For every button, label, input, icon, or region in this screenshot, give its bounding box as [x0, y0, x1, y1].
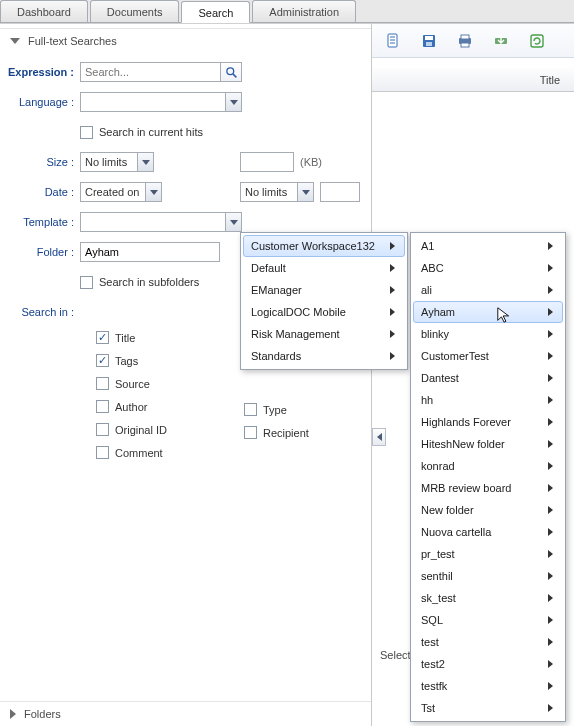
chevron-right-icon [548, 352, 553, 360]
search-subfolders-checkbox[interactable]: Search in subfolders [80, 276, 199, 289]
folder-menu-item[interactable]: Ayham [413, 301, 563, 323]
chevron-down-icon[interactable] [297, 183, 313, 201]
select-label: Select [380, 649, 411, 661]
date-value-input[interactable] [320, 182, 360, 202]
chk-tags[interactable]: Tags [96, 354, 167, 367]
folder-menu-item[interactable]: ABC [413, 257, 563, 279]
folder-menu-item[interactable]: Tst [413, 697, 563, 719]
folder-menu-item[interactable]: senthil [413, 565, 563, 587]
chevron-down-icon[interactable] [137, 153, 153, 171]
kb-label: (KB) [300, 156, 322, 168]
chk-comment[interactable]: Comment [96, 446, 167, 459]
svg-rect-5 [426, 42, 432, 46]
folder-menu-item[interactable]: Standards [243, 345, 405, 367]
language-select[interactable] [80, 92, 242, 112]
template-select[interactable] [80, 212, 242, 232]
svg-rect-7 [461, 35, 469, 39]
folder-menu-item[interactable]: CustomerTest [413, 345, 563, 367]
folder-menu-item[interactable]: test2 [413, 653, 563, 675]
section-folders[interactable]: Folders [0, 701, 371, 726]
folder-input[interactable] [80, 242, 220, 262]
chevron-right-icon [548, 330, 553, 338]
chevron-right-icon [548, 506, 553, 514]
folder-menu-item[interactable]: sk_test [413, 587, 563, 609]
chevron-down-icon[interactable] [145, 183, 161, 201]
folder-menu-item[interactable]: blinky [413, 323, 563, 345]
folder-menu-item[interactable]: LogicalDOC Mobile [243, 301, 405, 323]
chevron-down-icon [10, 38, 20, 44]
chevron-right-icon [548, 440, 553, 448]
expression-input[interactable] [80, 62, 220, 82]
folder-menu-item[interactable]: ali [413, 279, 563, 301]
tab-dashboard[interactable]: Dashboard [0, 0, 88, 22]
folder-menu-item[interactable]: pr_test [413, 543, 563, 565]
col-title[interactable]: Title [540, 74, 560, 86]
chk-author[interactable]: Author [96, 400, 167, 413]
searchin-label: Search in : [0, 306, 80, 318]
chevron-right-icon [390, 352, 395, 360]
chevron-right-icon [390, 308, 395, 316]
chevron-right-icon [548, 616, 553, 624]
chk-type[interactable]: Type [244, 403, 309, 416]
scroll-left-button[interactable] [372, 428, 386, 446]
folder-menu-item[interactable]: testfk [413, 675, 563, 697]
folder-menu-item[interactable]: Customer Workspace132 [243, 235, 405, 257]
save-button[interactable] [420, 32, 438, 50]
chevron-right-icon [548, 242, 553, 250]
refresh-button[interactable] [528, 32, 546, 50]
folder-menu-item[interactable]: Risk Management [243, 323, 405, 345]
size-label: Size : [0, 156, 80, 168]
svg-point-0 [226, 67, 233, 74]
date-range-select[interactable]: No limits [240, 182, 314, 202]
tab-search[interactable]: Search [181, 1, 250, 23]
chevron-right-icon [10, 709, 16, 719]
tab-documents[interactable]: Documents [90, 0, 180, 22]
section-title: Folders [24, 708, 61, 720]
folder-menu-item[interactable]: Dantest [413, 367, 563, 389]
search-current-hits-checkbox[interactable]: Search in current hits [80, 126, 203, 139]
results-toolbar [372, 24, 574, 58]
checkbox-icon [96, 331, 109, 344]
refresh-icon [529, 33, 545, 49]
search-button[interactable] [220, 62, 242, 82]
folder-menu-item[interactable]: HiteshNew folder [413, 433, 563, 455]
checkbox-icon [96, 446, 109, 459]
chevron-right-icon [548, 418, 553, 426]
folder-menu-item[interactable]: test [413, 631, 563, 653]
chk-source[interactable]: Source [96, 377, 167, 390]
chevron-right-icon [548, 550, 553, 558]
chk-originalid[interactable]: Original ID [96, 423, 167, 436]
folder-menu-item[interactable]: Nuova cartella [413, 521, 563, 543]
section-title: Full-text Searches [28, 35, 117, 47]
chevron-right-icon [390, 286, 395, 294]
folder-menu-item[interactable]: konrad [413, 455, 563, 477]
folder-menu-item[interactable]: A1 [413, 235, 563, 257]
svg-line-1 [233, 74, 236, 77]
new-doc-button[interactable] [384, 32, 402, 50]
chevron-right-icon [548, 462, 553, 470]
checkbox-icon [96, 354, 109, 367]
export-icon [493, 33, 509, 49]
chk-recipient[interactable]: Recipient [244, 426, 309, 439]
folder-menu-item[interactable]: EManager [243, 279, 405, 301]
folder-menu-item[interactable]: SQL [413, 609, 563, 631]
date-type-select[interactable]: Created on [80, 182, 162, 202]
expression-label: Expression : [0, 66, 80, 78]
folder-menu-item[interactable]: Default [243, 257, 405, 279]
chk-title[interactable]: Title [96, 331, 167, 344]
export-button[interactable] [492, 32, 510, 50]
print-button[interactable] [456, 32, 474, 50]
size-input[interactable] [240, 152, 294, 172]
chevron-down-icon[interactable] [225, 93, 241, 111]
size-select[interactable]: No limits [80, 152, 154, 172]
folder-label: Folder : [0, 246, 80, 258]
chevron-down-icon[interactable] [225, 213, 241, 231]
folder-menu-item[interactable]: hh [413, 389, 563, 411]
tab-administration[interactable]: Administration [252, 0, 356, 22]
folder-menu-item[interactable]: New folder [413, 499, 563, 521]
section-fulltext[interactable]: Full-text Searches [0, 28, 371, 53]
folder-menu-item[interactable]: Highlands Forever [413, 411, 563, 433]
chevron-right-icon [548, 572, 553, 580]
chevron-right-icon [548, 396, 553, 404]
folder-menu-item[interactable]: MRB review board [413, 477, 563, 499]
